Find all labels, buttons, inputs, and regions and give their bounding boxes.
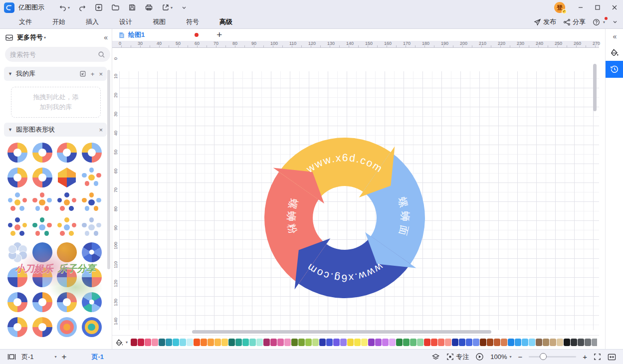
focus-mode-button[interactable]: 专注 bbox=[446, 353, 469, 362]
export-button[interactable]: ▾ bbox=[159, 2, 175, 13]
color-swatch[interactable] bbox=[138, 339, 144, 346]
fit-page-icon[interactable] bbox=[608, 353, 616, 361]
symbol-thumbnail-nodes[interactable] bbox=[80, 191, 103, 213]
close-button[interactable] bbox=[606, 0, 623, 15]
color-swatch[interactable] bbox=[249, 339, 256, 346]
color-swatch[interactable] bbox=[543, 339, 549, 346]
color-swatch[interactable] bbox=[396, 339, 403, 346]
zoom-out-button[interactable]: − bbox=[518, 353, 522, 361]
color-swatch[interactable] bbox=[242, 339, 249, 346]
color-swatch[interactable] bbox=[305, 339, 312, 346]
zoom-slider-knob[interactable] bbox=[540, 353, 547, 360]
color-swatch[interactable] bbox=[585, 339, 591, 346]
color-swatch[interactable] bbox=[501, 339, 507, 346]
color-swatch[interactable] bbox=[166, 339, 172, 346]
color-swatch[interactable] bbox=[277, 339, 284, 346]
color-swatch[interactable] bbox=[459, 339, 465, 346]
color-swatch[interactable] bbox=[187, 339, 193, 346]
symbol-thumbnail-nodes[interactable] bbox=[80, 216, 103, 238]
panel-title[interactable]: 更多符号 bbox=[17, 33, 43, 42]
color-swatch[interactable] bbox=[333, 339, 340, 346]
menu-item-开始[interactable]: 开始 bbox=[44, 15, 73, 28]
color-swatch[interactable] bbox=[508, 339, 514, 346]
color-swatch[interactable] bbox=[403, 339, 410, 346]
menu-item-高级[interactable]: 高级 bbox=[211, 15, 240, 28]
color-swatch[interactable] bbox=[571, 339, 577, 346]
share-button[interactable]: 分享 bbox=[563, 17, 586, 26]
redo-button[interactable] bbox=[76, 2, 89, 13]
fullscreen-icon[interactable] bbox=[594, 353, 601, 361]
symbol-thumbnail-nodes[interactable] bbox=[55, 191, 78, 213]
undo-button[interactable]: ▾ bbox=[56, 2, 72, 13]
color-swatch[interactable] bbox=[347, 339, 354, 346]
color-swatch[interactable] bbox=[410, 339, 416, 346]
symbol-thumbnail-donut[interactable] bbox=[31, 291, 54, 313]
symbol-thumbnail-donut[interactable] bbox=[6, 291, 29, 313]
symbol-thumbnail-ball[interactable] bbox=[31, 241, 54, 263]
color-swatch[interactable] bbox=[424, 339, 430, 346]
color-swatch[interactable] bbox=[466, 339, 472, 346]
page-overview-icon[interactable] bbox=[7, 353, 16, 361]
drawing-viewport[interactable]: www.x6d.com螺蛳面www.x6g.com螺蛳粉 bbox=[119, 48, 599, 330]
color-swatch[interactable] bbox=[592, 339, 597, 346]
symbol-thumbnail-donut[interactable] bbox=[80, 142, 103, 164]
save-button[interactable] bbox=[126, 2, 139, 13]
symbol-thumbnail-donut[interactable] bbox=[31, 142, 54, 164]
symbol-thumbnail-donut[interactable] bbox=[6, 142, 29, 164]
color-swatch[interactable] bbox=[221, 339, 228, 346]
symbol-thumbnail-donut[interactable] bbox=[55, 291, 78, 313]
print-button[interactable] bbox=[142, 2, 156, 13]
new-document-button[interactable] bbox=[92, 2, 105, 13]
layers-icon[interactable] bbox=[431, 353, 440, 361]
color-swatch[interactable] bbox=[536, 339, 542, 346]
color-swatch[interactable] bbox=[180, 339, 186, 346]
symbol-thumbnail-nodes[interactable] bbox=[31, 216, 54, 238]
color-swatch[interactable] bbox=[529, 339, 535, 346]
color-swatch[interactable] bbox=[487, 339, 493, 346]
color-swatch[interactable] bbox=[557, 339, 563, 346]
document-tab[interactable]: 绘图1 bbox=[112, 29, 204, 41]
maximize-button[interactable] bbox=[589, 0, 606, 15]
color-swatch[interactable] bbox=[515, 339, 521, 346]
symbol-thumbnail-nodes[interactable] bbox=[80, 167, 103, 188]
symbol-thumbnail-pie[interactable] bbox=[6, 266, 29, 288]
symbol-thumbnail-wheel[interactable] bbox=[80, 291, 103, 313]
symbol-thumbnail-nodes[interactable] bbox=[55, 216, 78, 238]
symbol-thumbnail-pie[interactable] bbox=[31, 266, 54, 288]
active-page-tab[interactable]: 页-1 bbox=[92, 353, 104, 362]
new-tab-button[interactable]: + bbox=[216, 30, 222, 39]
color-swatch[interactable] bbox=[291, 339, 298, 346]
color-swatch[interactable] bbox=[494, 339, 500, 346]
help-button[interactable]: ▾ bbox=[593, 18, 605, 26]
color-swatch[interactable] bbox=[312, 339, 319, 346]
color-swatch[interactable] bbox=[382, 339, 389, 346]
collapse-toolbar-button[interactable] bbox=[179, 3, 190, 12]
color-swatch[interactable] bbox=[263, 339, 270, 346]
zoom-in-button[interactable]: + bbox=[583, 353, 587, 361]
open-file-button[interactable] bbox=[109, 2, 122, 13]
symbol-thumbnail-wheel[interactable] bbox=[80, 241, 103, 263]
collapse-ribbon-button[interactable] bbox=[612, 19, 618, 25]
symbol-thumbnail-donut[interactable] bbox=[31, 316, 54, 338]
color-swatch[interactable] bbox=[480, 339, 486, 346]
library-dropzone[interactable]: 拖拽到此处，添 加到我的库 bbox=[11, 87, 101, 118]
color-swatch[interactable] bbox=[131, 339, 137, 346]
symbol-thumbnail-donut[interactable] bbox=[55, 142, 78, 164]
color-swatch[interactable] bbox=[417, 339, 423, 346]
close-library-icon[interactable]: × bbox=[99, 70, 103, 78]
color-swatch[interactable] bbox=[389, 339, 396, 346]
panel-title-caret-icon[interactable]: ▾ bbox=[44, 35, 46, 40]
history-panel-button[interactable] bbox=[606, 61, 623, 78]
color-swatch[interactable] bbox=[522, 339, 528, 346]
symbol-thumbnail-target[interactable] bbox=[55, 316, 78, 338]
sidebar-scrollbar[interactable] bbox=[107, 70, 110, 269]
menu-item-视图[interactable]: 视图 bbox=[145, 15, 174, 28]
color-swatch[interactable] bbox=[368, 339, 375, 346]
zoom-level-dropdown[interactable]: 100% ▾ bbox=[490, 353, 511, 361]
menu-item-符号[interactable]: 符号 bbox=[178, 15, 207, 28]
color-swatch[interactable] bbox=[550, 339, 556, 346]
horizontal-scrollbar[interactable] bbox=[192, 330, 491, 334]
color-swatch[interactable] bbox=[452, 339, 458, 346]
color-swatch[interactable] bbox=[284, 339, 291, 346]
color-swatch[interactable] bbox=[256, 339, 263, 346]
